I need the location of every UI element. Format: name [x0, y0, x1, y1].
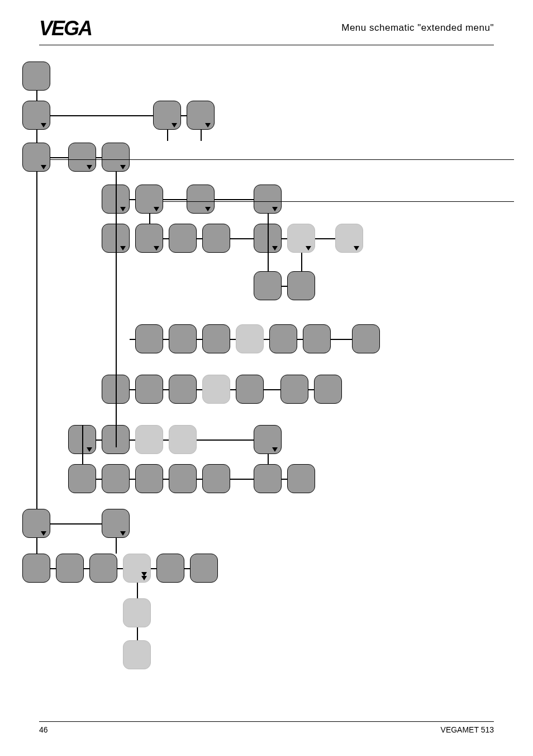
connector-line	[282, 286, 287, 287]
connector-line	[163, 479, 169, 480]
menu-node-b38	[169, 425, 197, 454]
menu-node-b46	[287, 464, 315, 493]
expand-arrow-icon	[141, 576, 147, 580]
menu-node-b26	[303, 324, 331, 353]
expand-arrow-icon	[172, 123, 177, 127]
connector-line	[197, 440, 254, 441]
connector-line	[130, 440, 135, 441]
menu-node-b49	[22, 554, 50, 583]
connector-line	[50, 159, 514, 160]
expand-arrow-icon	[272, 447, 278, 452]
connector-line	[197, 479, 202, 480]
menu-node-b15	[202, 224, 230, 253]
menu-node-b1	[22, 62, 50, 91]
expand-arrow-icon	[154, 246, 159, 251]
menu-node-b14	[169, 224, 197, 253]
connector-line	[163, 199, 187, 200]
menu-node-b22	[169, 324, 197, 353]
connector-line	[36, 172, 37, 509]
connector-line	[50, 568, 56, 569]
menu-node-b21	[135, 324, 163, 353]
menu-node-b55	[123, 598, 151, 627]
expand-arrow-icon	[272, 207, 278, 211]
connector-line	[315, 238, 335, 239]
product-name: VEGAMET 513	[441, 722, 494, 734]
menu-node-b53	[156, 554, 184, 583]
expand-arrow-icon	[306, 246, 311, 251]
expand-arrow-icon	[205, 123, 211, 127]
page-header: VEGA Menu schematic "extended menu"	[39, 22, 494, 45]
connector-line	[36, 130, 37, 143]
menu-node-b34	[314, 375, 342, 404]
connector-line	[230, 339, 236, 340]
menu-node-b37	[135, 425, 163, 454]
expand-arrow-icon	[87, 447, 92, 452]
connector-line	[96, 479, 102, 480]
connector-line	[268, 253, 269, 271]
expand-arrow-icon	[41, 531, 46, 536]
expand-arrow-icon	[154, 207, 159, 211]
expand-arrow-icon	[120, 531, 126, 536]
connector-line	[50, 115, 153, 116]
connector-line	[130, 389, 135, 390]
connector-line	[163, 440, 169, 441]
connector-line	[163, 339, 169, 340]
connector-line	[331, 339, 352, 340]
connector-line	[36, 538, 37, 554]
expand-arrow-icon	[120, 246, 126, 251]
expand-arrow-icon	[354, 246, 359, 251]
page-number: 46	[39, 722, 48, 734]
page-footer: 46 VEGAMET 513	[39, 721, 494, 734]
connector-line	[50, 157, 68, 158]
connector-line	[149, 214, 150, 224]
connector-line	[230, 389, 236, 390]
page-title: Menu schematic "extended menu"	[341, 22, 494, 34]
connector-line	[163, 238, 169, 239]
connector-line	[82, 425, 83, 464]
menu-node-b32	[236, 375, 264, 404]
connector-line	[96, 157, 102, 158]
connector-line	[297, 339, 303, 340]
connector-line	[301, 253, 302, 271]
connector-line	[264, 389, 280, 390]
expand-arrow-icon	[272, 246, 278, 251]
connector-line	[184, 568, 190, 569]
expand-arrow-icon	[41, 165, 46, 169]
connector-line	[137, 583, 138, 598]
connector-line	[36, 91, 37, 101]
expand-arrow-icon	[120, 207, 126, 211]
connector-line	[264, 339, 269, 340]
connector-line	[50, 523, 102, 525]
menu-node-b41	[102, 464, 130, 493]
connector-line	[230, 479, 254, 480]
connector-line	[84, 568, 89, 569]
expand-arrow-icon	[120, 165, 126, 169]
menu-node-b19	[254, 271, 282, 300]
connector-line	[130, 339, 135, 340]
menu-node-b40	[68, 464, 96, 493]
connector-line	[215, 199, 254, 200]
connector-line	[163, 201, 514, 202]
menu-node-b51	[89, 554, 117, 583]
menu-node-b27	[352, 324, 380, 353]
menu-node-b30	[169, 375, 197, 404]
connector-line	[116, 214, 117, 224]
menu-node-b23	[202, 324, 230, 353]
connector-line	[308, 389, 314, 390]
connector-line	[167, 130, 168, 141]
menu-node-b20	[287, 271, 315, 300]
menu-node-b54	[190, 554, 218, 583]
menu-node-b45	[254, 464, 282, 493]
connector-line	[130, 479, 135, 480]
expand-arrow-icon	[41, 123, 46, 127]
connector-line	[282, 479, 287, 480]
expand-arrow-icon	[205, 207, 211, 211]
connector-line	[201, 130, 202, 141]
expand-arrow-icon	[87, 165, 92, 169]
connector-line	[197, 389, 202, 390]
connector-line	[130, 199, 135, 200]
connector-line	[268, 454, 269, 464]
menu-schematic-diagram	[17, 56, 508, 688]
connector-line	[163, 389, 169, 390]
connector-line	[116, 253, 117, 375]
